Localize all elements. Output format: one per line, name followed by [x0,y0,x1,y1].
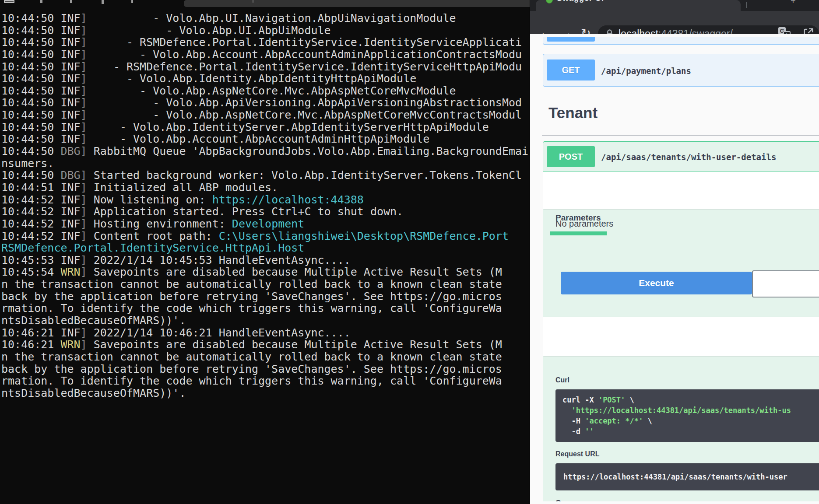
terminal-log-line-segment: DBG] [60,145,87,158]
terminal-log-line: 10:44:50 INF] - Volo.Abp.UI.AbpUiModule [1,24,529,37]
terminal-tab-title-fragment [102,0,104,4]
terminal-log-line-segment: rmation. To identify the code which trig… [1,302,502,315]
browser-tab-bar: Swagger UI + [530,0,819,11]
terminal-log-line-segment: - Volo.Abp.UI.AbpUiModule [87,24,331,37]
terminal-log-line: n the transaction cannot be automaticall… [1,351,529,363]
tab-title: Swagger UI [557,0,609,4]
execute-button[interactable]: Execute [561,272,752,294]
terminal-log-line-segment: WRN [60,266,80,278]
terminal-log-line: 10:44:50 INF] - RSMDefence.Portal.Identi… [1,61,529,73]
no-parameters-text: No parameters [555,219,613,229]
terminal-log-line-segment: ] [81,72,87,85]
terminal-log-line: back by the application before retrying … [1,363,529,375]
terminal-log-line-segment: Development [232,217,305,230]
server-response-title-partial: Server response [555,498,621,501]
get-method-badge-partial [547,37,595,42]
terminal-log-line-segment: - Volo.Abp.UI.Navigation.AbpUiNavigation… [87,12,456,24]
terminal-tabbar-background[interactable] [184,0,530,7]
terminal-log-line-segment: ] [81,96,87,109]
terminal-log-line-segment: C:\Users\liangshiwei\Desktop\RSMDefence.… [219,230,509,242]
curl-label: Curl [555,376,569,384]
terminal-log-line-segment: 2022/1/14 10:45:53 HandleEventAsync.... [87,254,351,266]
terminal-log-line-segment: 10:46:21 [1,338,60,351]
curl-code-block: curl -X 'POST' \ 'https://localhost:4438… [555,389,819,442]
terminal-log-line-segment: 10:44:52 INF [1,217,81,230]
clear-button-partial[interactable] [752,270,819,298]
terminal-log-line-segment: - Volo.Abp.AspNetCore.Mvc.AbpAspNetCoreM… [87,84,456,97]
new-tab-button[interactable]: + [791,0,801,4]
terminal-log-line-segment: ] [81,12,87,24]
terminal-log-line: 10:44:50 INF] - RSMDefence.Portal.Identi… [1,36,529,49]
terminal-log-line-segment: - Volo.Abp.Account.AbpAccountAdminHttpAp… [87,133,430,145]
browser-tab-swagger[interactable]: Swagger UI [536,0,741,11]
terminal-log-line-segment: ] [81,36,87,49]
request-url-text: https://localhost:44381/api/saas/tenants… [563,472,787,481]
terminal-log-line: 10:44:50 INF] - Volo.Abp.AspNetCore.Mvc.… [1,109,529,121]
terminal-log-line-segment: ] [81,254,87,266]
terminal-log-line-segment: ] [81,193,87,206]
section-divider [542,135,819,136]
terminal-log-line: 10:44:50 INF] - Volo.Abp.ApiVersioning.A… [1,97,529,109]
terminal-log-line-segment: Content root path: [87,230,219,242]
terminal-log-line-segment: RSMDefence.Portal.IdentityService.HttpAp… [1,242,304,254]
terminal-log-line: back by the application before retrying … [1,290,529,303]
terminal-log-line-segment: ] [81,266,87,278]
terminal-log-line-segment: ] [81,181,87,194]
terminal-tab-bar[interactable] [0,0,530,7]
terminal-log-line: RSMDefence.Portal.IdentityService.HttpAp… [1,242,529,254]
terminal-log-line-segment: n the transaction cannot be automaticall… [1,350,502,363]
browser-window: Swagger UI + ← → ↻ localhost:44381/swagg… [530,0,819,504]
opblock-summary[interactable]: POST /api/saas/tenants/with-user-details [543,142,819,172]
terminal-log-line-segment: 10:44:50 INF [1,96,81,109]
terminal-log-line-segment: Savepoints are disabled because Multiple… [87,338,502,351]
curl-code-line: 'https://localhost:44381/api/saas/tenant… [562,405,819,416]
terminal-app-icon [4,0,14,3]
terminal-log-line: 10:44:50 INF] - Volo.Abp.Account.AbpAcco… [1,133,529,145]
request-url-label: Request URL [555,450,599,458]
terminal-log-line: 10:44:52 INF] Now listening on: https://… [1,194,529,206]
terminal-log-line: 10:44:51 INF] Initialized all ABP module… [1,182,529,194]
terminal-log-line-segment: back by the application before retrying … [1,363,502,375]
section-title-tenant: Tenant [548,104,598,122]
terminal-log-line: 10:46:21 WRN] Savepoints are disabled be… [1,339,529,351]
terminal-log-line-segment: https://localhost:44388 [212,193,364,206]
curl-code-line-segment: \ [625,396,634,404]
swagger-favicon-icon [546,0,553,4]
curl-code-line-segment: 'https://localhost:44381/api/saas/tenant… [562,406,791,415]
terminal-log-line-segment: ] [81,230,87,242]
post-method-badge[interactable]: POST [547,146,595,167]
post-endpoint-path[interactable]: /api/saas/tenants/with-user-details [601,152,776,162]
terminal-log-line-segment: 10:44:52 INF [1,230,81,242]
terminal-log-line-segment: Application started. Press Ctrl+C to shu… [87,205,403,218]
get-endpoint-path[interactable]: /api/payment/plans [601,66,691,76]
terminal-log-line: 10:44:50 DBG] RabbitMQ Queue 'AbpBackgro… [1,145,529,158]
get-method-badge[interactable]: GET [547,60,595,80]
curl-code-line-segment: 'accept: */*' [585,416,643,425]
terminal-log-line-segment: Hosting environment: [87,217,232,230]
terminal-log-line-segment: n the transaction cannot be automaticall… [1,278,502,290]
terminal-log-line-segment: 10:44:50 [1,169,60,182]
terminal-log-line: 10:44:52 INF] Hosting environment: Devel… [1,218,529,230]
opblock-get-payment-plans[interactable]: GET /api/payment/plans [543,54,819,87]
terminal-log-line-segment: - Volo.Abp.IdentityServer.AbpIdentitySer… [87,121,489,133]
terminal-log-line-segment: ] [81,48,87,61]
terminal-log-line: 10:44:50 DBG] Started background worker:… [1,169,529,182]
terminal-new-tab-fragment [253,0,253,3]
terminal-log-line: ntsDisabledBecauseOfMARS))'. [1,315,529,327]
opblock-post-tenants: POST /api/saas/tenants/with-user-details… [543,141,819,501]
responses-header-band: Responses [543,317,819,356]
terminal-log-line-segment: 10:44:50 INF [1,72,81,85]
terminal-log-line-segment: 10:44:50 [1,145,60,158]
terminal-log-line-segment: ] [81,121,87,133]
terminal-log-line-segment: Now listening on: [87,193,212,206]
terminal-log-line-segment: ] [81,108,87,121]
terminal-log-line-segment: - Volo.Abp.Account.AbpAccountAdminApplic… [87,48,522,61]
tab-separator [746,2,747,8]
terminal-log-line-segment: RabbitMQ Queue 'AbpBackgroundJobs.Volo.A… [87,145,529,158]
terminal-log-line-segment: WRN [60,338,80,351]
terminal-log-line-segment: 10:46:21 INF [1,326,81,339]
opblock-partial[interactable] [543,37,819,45]
terminal-log-line-segment: rmation. To identify the code which trig… [1,374,502,387]
terminal-log-line-segment: ] [81,60,87,73]
curl-code-line-segment: -d [562,427,585,436]
